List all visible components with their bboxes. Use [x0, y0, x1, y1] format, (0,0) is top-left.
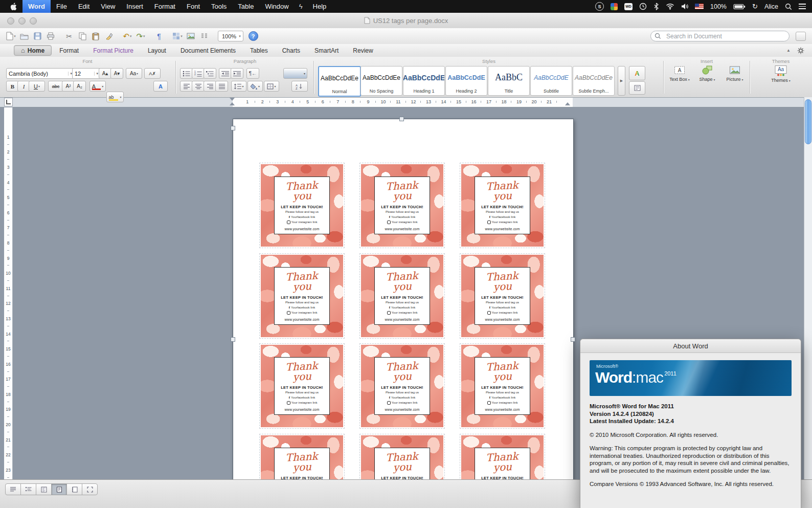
- wifi-menu-icon[interactable]: [666, 3, 674, 10]
- menu-item[interactable]: Insert: [121, 0, 149, 13]
- cut-button[interactable]: ✂: [63, 30, 75, 42]
- resize-handle-top-left[interactable]: [231, 126, 235, 130]
- menu-item[interactable]: Word: [22, 0, 51, 13]
- publishing-layout-view-button[interactable]: [36, 483, 52, 495]
- line-spacing-button[interactable]: ▾: [231, 81, 246, 92]
- styles-pane-button[interactable]: [629, 81, 645, 95]
- styles-gallery-next-button[interactable]: ▶: [618, 66, 625, 96]
- text-effects-button[interactable]: [153, 81, 168, 92]
- document-page[interactable]: Thank you LET KEEP IN TOUCH! Please foll…: [233, 119, 574, 480]
- resize-handle-top-center[interactable]: [399, 117, 404, 121]
- align-center-button[interactable]: [192, 81, 205, 92]
- menu-item[interactable]: File: [51, 0, 73, 13]
- format-painter-button[interactable]: [103, 30, 115, 42]
- new-document-button[interactable]: ▾: [5, 30, 17, 42]
- menu-item[interactable]: View: [95, 0, 121, 13]
- ribbon-tab[interactable]: Charts: [276, 46, 307, 55]
- redo-button[interactable]: ↷▾: [134, 30, 147, 42]
- open-button[interactable]: [18, 30, 30, 42]
- copy-button[interactable]: [76, 30, 88, 42]
- align-left-button[interactable]: [180, 81, 193, 92]
- shading-button[interactable]: ▾: [247, 81, 263, 92]
- zoom-select[interactable]: 100%▾: [218, 31, 243, 41]
- outline-view-button[interactable]: [20, 483, 36, 495]
- style-normal[interactable]: AaBbCcDdEeNormal: [318, 66, 361, 97]
- increase-indent-button[interactable]: [231, 68, 243, 79]
- ribbon-tab[interactable]: Format Picture: [86, 46, 140, 55]
- wd-app-menu-icon[interactable]: WD: [624, 3, 633, 10]
- paragraph-shading-sample[interactable]: ▾: [283, 68, 307, 79]
- ribbon-tab[interactable]: Document Elements: [174, 46, 242, 55]
- ribbon-tab[interactable]: Layout: [141, 46, 173, 55]
- highlight-button[interactable]: ▾: [106, 92, 124, 102]
- change-case-button[interactable]: ▾: [126, 68, 142, 79]
- change-styles-button[interactable]: A: [629, 66, 645, 80]
- font-size-select[interactable]: 12▾: [72, 68, 101, 79]
- help-button[interactable]: ?: [249, 31, 258, 41]
- notebook-layout-view-button[interactable]: [66, 483, 82, 495]
- numbering-button[interactable]: 12: [192, 68, 205, 79]
- right-indent-marker[interactable]: [565, 102, 570, 105]
- user-menu[interactable]: Alice: [764, 3, 778, 10]
- collapse-ribbon-button[interactable]: ▲: [786, 48, 791, 53]
- volume-menu-icon[interactable]: [681, 3, 688, 10]
- style-subtitle[interactable]: AaBbCcDdESubtitle: [530, 66, 572, 96]
- sync-menu-icon[interactable]: ↻: [752, 3, 758, 10]
- bullets-button[interactable]: [180, 68, 193, 79]
- first-line-indent-marker[interactable]: [230, 98, 235, 101]
- text-direction-button[interactable]: ¶←: [246, 68, 259, 79]
- menu-item[interactable]: Font: [181, 0, 206, 13]
- menu-item[interactable]: Edit: [73, 0, 95, 13]
- ribbon-tab[interactable]: Home: [14, 45, 52, 56]
- style-heading-2[interactable]: AaBbCcDdEHeading 2: [445, 66, 487, 96]
- font-name-select[interactable]: Cambria (Body)▾: [6, 68, 75, 79]
- insert-text-box-button[interactable]: A Text Box▾: [667, 65, 692, 95]
- justify-button[interactable]: [215, 81, 228, 92]
- ribbon-tab[interactable]: Format: [53, 46, 85, 55]
- decrease-indent-button[interactable]: [219, 68, 232, 79]
- sort-button[interactable]: AZ: [291, 81, 308, 92]
- print-layout-view-button[interactable]: [51, 483, 67, 495]
- ribbon-tab[interactable]: Review: [346, 46, 379, 55]
- borders-button[interactable]: ▾: [264, 81, 279, 92]
- apple-menu[interactable]: [7, 3, 20, 11]
- bluetooth-menu-icon[interactable]: [653, 3, 659, 10]
- media-browser-button[interactable]: [185, 30, 197, 42]
- columns-button[interactable]: [198, 30, 210, 42]
- underline-button[interactable]: ▾: [29, 81, 45, 92]
- ribbon-tab[interactable]: Tables: [243, 46, 275, 55]
- paste-button[interactable]: [89, 30, 102, 42]
- toolbox-button[interactable]: ▾: [171, 30, 184, 42]
- menu-item[interactable]: Window: [259, 0, 294, 13]
- multilevel-list-button[interactable]: [204, 68, 216, 79]
- battery-icon[interactable]: [733, 4, 746, 10]
- ribbon-tab[interactable]: SmartArt: [308, 46, 345, 55]
- spotlight-search-icon[interactable]: [785, 3, 792, 10]
- print-button[interactable]: [44, 30, 57, 42]
- draft-view-button[interactable]: [5, 483, 21, 495]
- resize-handle-right-middle[interactable]: [571, 337, 575, 342]
- keyboard-layout-flag-icon[interactable]: [695, 4, 704, 9]
- style-subtle-emphasis[interactable]: AaBbCcDdEeSubtle Emph...: [573, 66, 615, 96]
- vertical-scrollbar[interactable]: [804, 97, 812, 480]
- resize-handle-left-middle[interactable]: [231, 337, 235, 342]
- align-right-button[interactable]: [204, 81, 216, 92]
- style-title[interactable]: AaBbCTitle: [488, 66, 530, 96]
- undo-button[interactable]: ↶▾: [121, 30, 133, 42]
- notification-center-icon[interactable]: [799, 4, 806, 9]
- show-formatting-button[interactable]: ¶: [153, 30, 165, 42]
- menu-item-help[interactable]: Help: [307, 3, 332, 10]
- focus-view-button[interactable]: [82, 483, 98, 495]
- ribbon-settings-button[interactable]: [797, 47, 805, 55]
- history-menu-icon[interactable]: [639, 3, 647, 10]
- font-color-button[interactable]: ▾: [89, 81, 106, 92]
- subscript-button[interactable]: [73, 81, 86, 92]
- toolbar-overflow-button[interactable]: [796, 32, 806, 41]
- menu-item[interactable]: Tools: [206, 0, 232, 13]
- style-no-spacing[interactable]: AaBbCcDdEeNo Spacing: [360, 66, 402, 96]
- insert-shape-button[interactable]: Shape▾: [694, 65, 720, 95]
- dialog-title-bar[interactable]: About Word: [580, 339, 801, 353]
- menu-item[interactable]: Table: [232, 0, 259, 13]
- shrink-font-button[interactable]: [110, 68, 123, 79]
- strikethrough-button[interactable]: [48, 81, 63, 92]
